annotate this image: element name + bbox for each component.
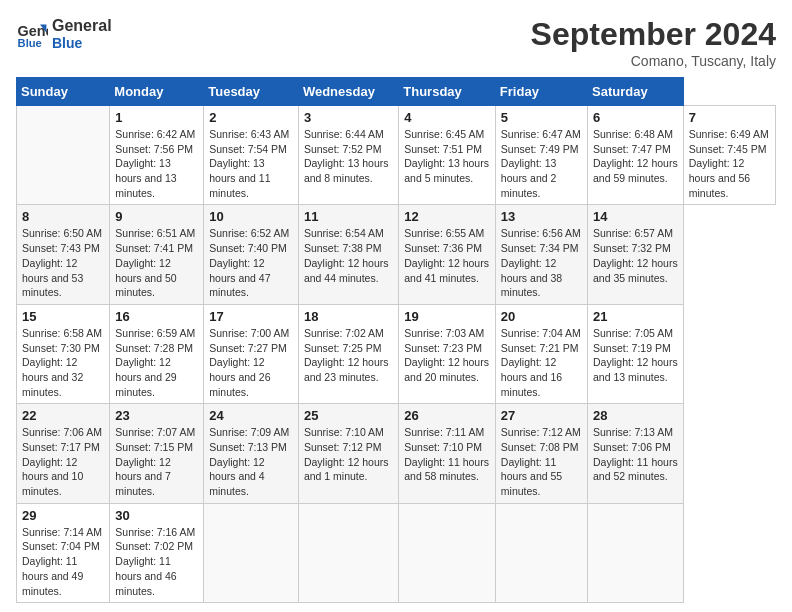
day-info: Sunrise: 6:43 AMSunset: 7:54 PMDaylight:… (209, 127, 293, 200)
calendar-cell (17, 106, 110, 205)
day-info: Sunrise: 6:49 AMSunset: 7:45 PMDaylight:… (689, 127, 770, 200)
day-info: Sunrise: 6:51 AMSunset: 7:41 PMDaylight:… (115, 226, 198, 299)
day-info: Sunrise: 7:11 AMSunset: 7:10 PMDaylight:… (404, 425, 490, 484)
day-number: 16 (115, 309, 198, 324)
calendar-cell: 16Sunrise: 6:59 AMSunset: 7:28 PMDayligh… (110, 304, 204, 403)
calendar-header-row: SundayMondayTuesdayWednesdayThursdayFrid… (17, 78, 776, 106)
logo-general: General (52, 16, 112, 35)
day-info: Sunrise: 7:16 AMSunset: 7:02 PMDaylight:… (115, 525, 198, 598)
day-number: 4 (404, 110, 490, 125)
day-number: 20 (501, 309, 582, 324)
logo-icon: General Blue (16, 18, 48, 50)
day-number: 13 (501, 209, 582, 224)
day-number: 24 (209, 408, 293, 423)
calendar-table: SundayMondayTuesdayWednesdayThursdayFrid… (16, 77, 776, 603)
header-saturday: Saturday (588, 78, 684, 106)
day-info: Sunrise: 7:12 AMSunset: 7:08 PMDaylight:… (501, 425, 582, 498)
logo: General Blue General Blue (16, 16, 112, 52)
day-info: Sunrise: 7:06 AMSunset: 7:17 PMDaylight:… (22, 425, 104, 498)
day-number: 30 (115, 508, 198, 523)
day-info: Sunrise: 6:44 AMSunset: 7:52 PMDaylight:… (304, 127, 393, 186)
calendar-week-3: 15Sunrise: 6:58 AMSunset: 7:30 PMDayligh… (17, 304, 776, 403)
day-info: Sunrise: 6:57 AMSunset: 7:32 PMDaylight:… (593, 226, 678, 285)
calendar-cell: 20Sunrise: 7:04 AMSunset: 7:21 PMDayligh… (495, 304, 587, 403)
day-info: Sunrise: 6:52 AMSunset: 7:40 PMDaylight:… (209, 226, 293, 299)
day-info: Sunrise: 7:09 AMSunset: 7:13 PMDaylight:… (209, 425, 293, 498)
calendar-cell: 11Sunrise: 6:54 AMSunset: 7:38 PMDayligh… (298, 205, 398, 304)
calendar-cell: 17Sunrise: 7:00 AMSunset: 7:27 PMDayligh… (204, 304, 299, 403)
calendar-cell (588, 503, 684, 602)
page-header: General Blue General Blue September 2024… (16, 16, 776, 69)
calendar-cell: 12Sunrise: 6:55 AMSunset: 7:36 PMDayligh… (399, 205, 496, 304)
calendar-cell: 30Sunrise: 7:16 AMSunset: 7:02 PMDayligh… (110, 503, 204, 602)
day-info: Sunrise: 7:05 AMSunset: 7:19 PMDaylight:… (593, 326, 678, 385)
calendar-cell: 7Sunrise: 6:49 AMSunset: 7:45 PMDaylight… (683, 106, 775, 205)
calendar-cell: 19Sunrise: 7:03 AMSunset: 7:23 PMDayligh… (399, 304, 496, 403)
header-monday: Monday (110, 78, 204, 106)
day-number: 15 (22, 309, 104, 324)
calendar-cell (298, 503, 398, 602)
header-thursday: Thursday (399, 78, 496, 106)
calendar-week-5: 29Sunrise: 7:14 AMSunset: 7:04 PMDayligh… (17, 503, 776, 602)
calendar-cell: 14Sunrise: 6:57 AMSunset: 7:32 PMDayligh… (588, 205, 684, 304)
calendar-cell: 15Sunrise: 6:58 AMSunset: 7:30 PMDayligh… (17, 304, 110, 403)
day-number: 29 (22, 508, 104, 523)
day-number: 28 (593, 408, 678, 423)
day-info: Sunrise: 7:04 AMSunset: 7:21 PMDaylight:… (501, 326, 582, 399)
calendar-cell: 23Sunrise: 7:07 AMSunset: 7:15 PMDayligh… (110, 404, 204, 503)
day-number: 21 (593, 309, 678, 324)
month-title: September 2024 (531, 16, 776, 53)
day-info: Sunrise: 6:42 AMSunset: 7:56 PMDaylight:… (115, 127, 198, 200)
location: Comano, Tuscany, Italy (531, 53, 776, 69)
day-info: Sunrise: 6:50 AMSunset: 7:43 PMDaylight:… (22, 226, 104, 299)
day-info: Sunrise: 7:07 AMSunset: 7:15 PMDaylight:… (115, 425, 198, 498)
calendar-cell: 18Sunrise: 7:02 AMSunset: 7:25 PMDayligh… (298, 304, 398, 403)
calendar-week-4: 22Sunrise: 7:06 AMSunset: 7:17 PMDayligh… (17, 404, 776, 503)
calendar-week-1: 1Sunrise: 6:42 AMSunset: 7:56 PMDaylight… (17, 106, 776, 205)
logo-blue: Blue (52, 35, 112, 52)
day-info: Sunrise: 6:56 AMSunset: 7:34 PMDaylight:… (501, 226, 582, 299)
day-number: 1 (115, 110, 198, 125)
day-info: Sunrise: 7:00 AMSunset: 7:27 PMDaylight:… (209, 326, 293, 399)
calendar-cell: 9Sunrise: 6:51 AMSunset: 7:41 PMDaylight… (110, 205, 204, 304)
day-info: Sunrise: 6:45 AMSunset: 7:51 PMDaylight:… (404, 127, 490, 186)
day-number: 7 (689, 110, 770, 125)
day-number: 3 (304, 110, 393, 125)
day-number: 17 (209, 309, 293, 324)
day-number: 10 (209, 209, 293, 224)
calendar-cell: 13Sunrise: 6:56 AMSunset: 7:34 PMDayligh… (495, 205, 587, 304)
day-number: 25 (304, 408, 393, 423)
day-info: Sunrise: 7:13 AMSunset: 7:06 PMDaylight:… (593, 425, 678, 484)
day-info: Sunrise: 6:54 AMSunset: 7:38 PMDaylight:… (304, 226, 393, 285)
calendar-cell: 29Sunrise: 7:14 AMSunset: 7:04 PMDayligh… (17, 503, 110, 602)
day-info: Sunrise: 7:03 AMSunset: 7:23 PMDaylight:… (404, 326, 490, 385)
header-wednesday: Wednesday (298, 78, 398, 106)
calendar-cell: 5Sunrise: 6:47 AMSunset: 7:49 PMDaylight… (495, 106, 587, 205)
day-number: 26 (404, 408, 490, 423)
day-info: Sunrise: 6:58 AMSunset: 7:30 PMDaylight:… (22, 326, 104, 399)
calendar-body: 1Sunrise: 6:42 AMSunset: 7:56 PMDaylight… (17, 106, 776, 603)
calendar-cell: 24Sunrise: 7:09 AMSunset: 7:13 PMDayligh… (204, 404, 299, 503)
calendar-cell: 1Sunrise: 6:42 AMSunset: 7:56 PMDaylight… (110, 106, 204, 205)
calendar-week-2: 8Sunrise: 6:50 AMSunset: 7:43 PMDaylight… (17, 205, 776, 304)
day-number: 8 (22, 209, 104, 224)
calendar-cell: 25Sunrise: 7:10 AMSunset: 7:12 PMDayligh… (298, 404, 398, 503)
day-number: 5 (501, 110, 582, 125)
calendar-cell: 6Sunrise: 6:48 AMSunset: 7:47 PMDaylight… (588, 106, 684, 205)
calendar-cell: 28Sunrise: 7:13 AMSunset: 7:06 PMDayligh… (588, 404, 684, 503)
day-info: Sunrise: 6:47 AMSunset: 7:49 PMDaylight:… (501, 127, 582, 200)
day-number: 19 (404, 309, 490, 324)
calendar-cell: 22Sunrise: 7:06 AMSunset: 7:17 PMDayligh… (17, 404, 110, 503)
day-number: 22 (22, 408, 104, 423)
calendar-cell: 10Sunrise: 6:52 AMSunset: 7:40 PMDayligh… (204, 205, 299, 304)
day-number: 12 (404, 209, 490, 224)
day-number: 9 (115, 209, 198, 224)
day-info: Sunrise: 6:59 AMSunset: 7:28 PMDaylight:… (115, 326, 198, 399)
calendar-cell (495, 503, 587, 602)
day-info: Sunrise: 7:14 AMSunset: 7:04 PMDaylight:… (22, 525, 104, 598)
calendar-cell: 21Sunrise: 7:05 AMSunset: 7:19 PMDayligh… (588, 304, 684, 403)
day-number: 14 (593, 209, 678, 224)
calendar-cell: 8Sunrise: 6:50 AMSunset: 7:43 PMDaylight… (17, 205, 110, 304)
day-number: 23 (115, 408, 198, 423)
day-info: Sunrise: 7:02 AMSunset: 7:25 PMDaylight:… (304, 326, 393, 385)
